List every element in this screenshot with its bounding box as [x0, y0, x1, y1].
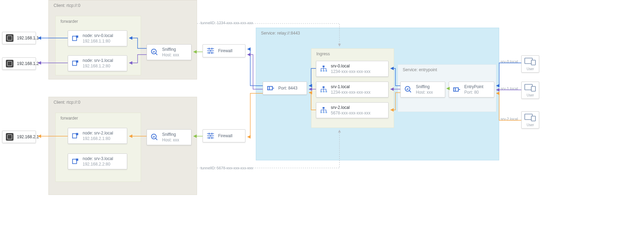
- svg-rect-44: [320, 112, 322, 113]
- hierarchy-icon: [320, 65, 327, 73]
- firewall-1: Firewall: [203, 44, 245, 57]
- svg-rect-43: [323, 107, 325, 109]
- cpu-icon: [6, 34, 13, 42]
- hierarchy-icon: [320, 86, 327, 93]
- firewall-2: Firewall: [203, 129, 245, 142]
- firewall-icon: [206, 47, 215, 55]
- node-icon: [72, 158, 79, 165]
- svg-line-48: [409, 91, 411, 92]
- fwd2-node-2: node: srv-2.local 192.168.2.1:80: [68, 128, 127, 144]
- svg-rect-57: [531, 86, 535, 91]
- sniffing-2: Sniffing Host: xxx: [147, 129, 192, 145]
- svg-rect-40: [320, 91, 322, 93]
- ing-s2-t: srv-2.local: [331, 105, 371, 110]
- svg-rect-36: [320, 70, 322, 72]
- node-icon: [72, 35, 79, 42]
- forwarder-1-title: forwarder: [60, 19, 78, 24]
- svg-rect-59: [531, 116, 535, 121]
- cpu-a-label: 192.168.1.1: [17, 35, 39, 41]
- port-icon: [267, 84, 275, 92]
- user-0: User: [521, 55, 539, 73]
- cpu-node-a: 192.168.1.1: [2, 32, 36, 44]
- user-2-label: User: [522, 123, 538, 127]
- magnify-chart-icon: [404, 85, 412, 94]
- magnify-chart-icon: [150, 48, 159, 56]
- tunnel-2-label: tunnelID: 5678-xxx-xxx-xxx-xxx: [200, 166, 253, 170]
- svg-rect-42: [326, 91, 327, 93]
- svg-rect-6: [153, 51, 153, 53]
- fwd1-n0-title: node: srv-0.local: [83, 33, 113, 38]
- svg-rect-17: [76, 133, 78, 135]
- user-0-label: User: [522, 67, 538, 71]
- user-0-host: srv-0.local: [501, 59, 518, 64]
- port-icon: [452, 85, 461, 94]
- ing-s0-s: 1234-xxx-xxx-xxx-xxx: [331, 69, 371, 74]
- fw1-title: Firewall: [218, 48, 232, 54]
- node-icon: [72, 59, 79, 67]
- svg-rect-45: [323, 112, 325, 113]
- svg-rect-35: [323, 66, 325, 67]
- fwd1-n1-title: node: srv-1.local: [83, 58, 113, 63]
- svg-rect-1: [76, 36, 78, 38]
- entrypoint-service-title: Service: entrypoint: [403, 67, 437, 72]
- cpu-icon: [6, 133, 13, 141]
- svg-rect-32: [268, 86, 272, 90]
- ingress-srv-2: srv-2.local 5678-xxx-xxx-xxx-xxx: [316, 102, 389, 118]
- fwd2-n3-sub: 192.168.2.2:80: [83, 161, 113, 167]
- fwd2-n3-title: node: srv-3.local: [83, 156, 113, 161]
- client-1-title: Client: rtcp://:0: [54, 3, 80, 8]
- ing-s1-t: srv-1.local: [331, 84, 371, 90]
- ing-s1-s: 1234-xxx-xxx-xxx-xxx: [331, 90, 371, 95]
- fwd1-n0-sub: 192.168.1.1:80: [83, 38, 113, 44]
- fwd1-node-0: node: srv-0.local 192.168.1.1:80: [68, 30, 127, 46]
- svg-line-5: [156, 53, 157, 55]
- devices-icon: [522, 58, 538, 66]
- user-2: User: [521, 111, 539, 129]
- svg-rect-7: [154, 51, 155, 53]
- entrypoint-node: EntryPoint Port: 80: [449, 82, 494, 97]
- sniff2-title: Sniffing: [162, 132, 179, 137]
- firewall-icon: [206, 132, 215, 140]
- sniff1-sub: Host: xxx: [162, 52, 179, 58]
- cpu-c-label: 192.168.2.1: [17, 134, 39, 140]
- ing-s2-s: 5678-xxx-xxx-xxx-xxx: [331, 110, 371, 116]
- sniff-ep-t: Sniffing: [416, 84, 433, 90]
- svg-rect-38: [326, 70, 327, 72]
- fwd1-node-1: node: srv-1.local 192.168.1.2:80: [68, 55, 127, 71]
- svg-rect-41: [323, 91, 325, 93]
- fwd2-n2-sub: 192.168.2.1:80: [83, 136, 113, 141]
- tunnel-1-label: tunnelID: 1234-xxx-xxx-xxx-xxx: [200, 21, 253, 25]
- sniff-ep-s: Host: xxx: [416, 90, 433, 95]
- svg-rect-19: [76, 159, 78, 161]
- svg-line-21: [156, 138, 157, 140]
- user-1-label: User: [522, 93, 538, 97]
- user-1-host: srv-1.local: [501, 86, 518, 91]
- fwd2-n2-title: node: srv-2.local: [83, 130, 113, 136]
- ep-sub: Port: 80: [464, 90, 483, 95]
- port-title: Port: 8443: [278, 85, 297, 91]
- sniff2-sub: Host: xxx: [162, 137, 179, 143]
- svg-rect-39: [323, 86, 325, 88]
- ep-title: EntryPoint: [464, 84, 483, 90]
- svg-rect-50: [408, 88, 408, 90]
- ingress-srv-1: srv-1.local 1234-xxx-xxx-xxx-xxx: [316, 82, 389, 97]
- svg-rect-22: [153, 137, 153, 138]
- svg-rect-55: [531, 60, 535, 65]
- cpu-b-label: 192.168.1.2: [17, 61, 39, 66]
- fw2-title: Firewall: [218, 133, 232, 139]
- forwarder-2-box: forwarder: [55, 113, 141, 182]
- ing-s0-t: srv-0.local: [331, 63, 371, 69]
- forwarder-2-title: forwarder: [60, 116, 78, 121]
- sniffing-ep: Sniffing Host: xxx: [400, 82, 445, 97]
- devices-icon: [522, 84, 538, 93]
- user-1: User: [521, 82, 539, 99]
- cpu-node-b: 192.168.1.2: [2, 57, 36, 70]
- client-2-title: Client: rtcp://:0: [54, 100, 80, 105]
- svg-rect-3: [76, 60, 78, 63]
- sniffing-1: Sniffing Host: xxx: [147, 44, 192, 60]
- ingress-srv-0: srv-0.local 1234-xxx-xxx-xxx-xxx: [316, 61, 389, 77]
- ingress-title: Ingress: [316, 51, 330, 56]
- svg-rect-46: [326, 112, 327, 113]
- user-2-host: srv-2.local: [501, 117, 518, 121]
- sniff1-title: Sniffing: [162, 47, 179, 52]
